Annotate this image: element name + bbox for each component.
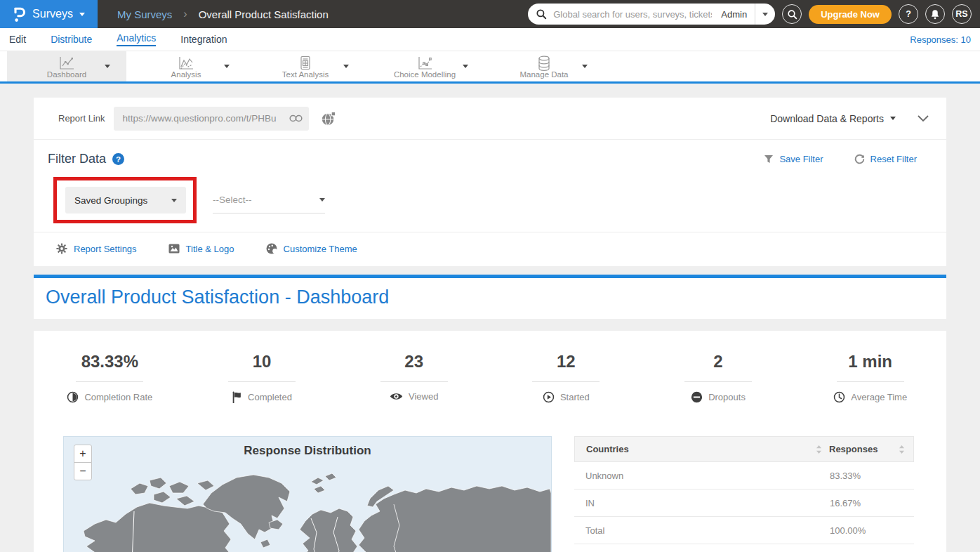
sort-icon[interactable] [816, 445, 822, 454]
reset-icon [854, 154, 865, 164]
gear-icon [56, 243, 67, 254]
bell-icon [930, 9, 940, 20]
table-row: Unknown 83.33% [574, 462, 914, 489]
page-title: Overall Product Satisfaction - Dashboard [46, 287, 946, 308]
world-map[interactable] [64, 462, 551, 552]
toolbar-analysis[interactable]: Analysis [126, 51, 246, 81]
title-logo-button[interactable]: Title & Logo [168, 244, 234, 254]
stat-average-time: 1 min Average Time [794, 352, 946, 403]
minus-circle-icon [691, 391, 703, 403]
nav-tab-edit[interactable]: Edit [9, 34, 26, 45]
analytics-toolbar: Dashboard Analysis Text Analysis Choice … [0, 51, 980, 84]
breadcrumb-separator-icon: › [183, 8, 187, 20]
breadcrumb-parent[interactable]: My Surveys [117, 8, 172, 20]
clock-icon [833, 391, 845, 403]
chevron-down-icon [582, 65, 588, 68]
link-icon [289, 114, 303, 123]
share-globe-icon[interactable] [321, 111, 336, 126]
chevron-down-icon [224, 65, 230, 68]
questionpro-logo-icon [13, 6, 26, 22]
header-actions: Admin Upgrade Now ? RS [528, 4, 980, 25]
toolbar-choice-modelling[interactable]: Choice Modelling [365, 51, 484, 81]
search-scope-label: Admin [713, 9, 755, 20]
report-link-input[interactable] [121, 112, 289, 124]
stat-viewed: 23 Viewed [338, 352, 490, 403]
map-title: Response Distribution [64, 437, 551, 458]
reset-filter-button[interactable]: Reset Filter [854, 154, 917, 164]
report-controls-card: Report Link Download Data & Reports [34, 98, 946, 266]
upgrade-button[interactable]: Upgrade Now [809, 5, 892, 24]
visualization-row: + − Response Distribution [63, 436, 914, 552]
nav-tab-integration[interactable]: Integration [180, 34, 227, 45]
map-zoom-controls: + − [74, 445, 92, 480]
help-button[interactable]: ? [899, 4, 918, 24]
sort-icon[interactable] [899, 445, 905, 454]
report-link-field[interactable] [114, 107, 309, 131]
report-actions-row: Report Settings Title & Logo Customize T… [34, 232, 946, 266]
nav-tab-distribute[interactable]: Distribute [51, 34, 92, 45]
collapse-panel-icon[interactable] [917, 114, 929, 122]
global-search: Admin [528, 4, 775, 25]
filter-section: Filter Data ? Save Filter [34, 140, 946, 213]
responses-count: Responses: 10 [910, 34, 971, 45]
dashboard-title-card: Overall Product Satisfaction - Dashboard [34, 275, 946, 319]
response-distribution-map: + − Response Distribution [63, 436, 552, 552]
table-row: Total 100.00% [574, 517, 914, 544]
funnel-icon [764, 155, 774, 164]
product-switcher[interactable]: Surveys [0, 0, 98, 28]
search-scope-dropdown[interactable] [755, 4, 775, 25]
avatar[interactable]: RS [952, 4, 972, 24]
play-circle-icon [543, 391, 555, 403]
product-name: Surveys [32, 8, 73, 20]
countries-table: Countries Responses [574, 436, 914, 552]
completion-rate-icon [67, 391, 79, 403]
toolbar-manage-data[interactable]: Manage Data [484, 51, 604, 81]
stat-dropouts: 2 Dropouts [642, 352, 795, 403]
report-settings-button[interactable]: Report Settings [56, 243, 137, 254]
grouping-value-select[interactable]: --Select-- [213, 187, 325, 213]
chevron-down-icon [79, 13, 85, 16]
help-icon[interactable]: ? [112, 153, 124, 165]
responses-column-header[interactable]: Responses [829, 444, 913, 454]
global-search-input[interactable] [552, 8, 713, 20]
saved-groupings-select[interactable]: Saved Groupings [65, 187, 186, 213]
map-zoom-out-button[interactable]: − [74, 462, 92, 480]
map-zoom-in-button[interactable]: + [74, 445, 92, 463]
stat-started: 12 Started [490, 352, 642, 403]
palette-icon-button[interactable]: Customize Theme [266, 243, 357, 254]
chevron-down-icon [105, 65, 110, 68]
flag-icon [232, 391, 242, 403]
image-icon [168, 244, 180, 254]
report-link-row: Report Link Download Data & Reports [34, 98, 946, 139]
nav-tab-analytics[interactable]: Analytics [117, 32, 156, 46]
save-filter-button[interactable]: Save Filter [764, 154, 823, 164]
chevron-down-icon [171, 199, 177, 202]
breadcrumb: My Surveys › Overall Product Satisfactio… [117, 8, 329, 20]
toolbar-text-analysis[interactable]: Text Analysis [246, 51, 365, 81]
chevron-down-icon [343, 65, 349, 68]
table-row: IN 16.67% [574, 489, 914, 517]
report-link-label: Report Link [58, 113, 105, 124]
search-icon [536, 8, 547, 20]
stat-completion-rate: 83.33% Completion Rate [34, 352, 186, 403]
filter-controls: Saved Groupings --Select-- [65, 187, 931, 213]
chevron-down-icon [890, 117, 896, 120]
top-header: Surveys My Surveys › Overall Product Sat… [0, 0, 980, 28]
filter-data-title: Filter Data [48, 152, 106, 166]
download-data-reports-menu[interactable]: Download Data & Reports [770, 113, 896, 124]
chevron-down-icon [319, 198, 325, 202]
main-content: Report Link Download Data & Reports [0, 84, 980, 552]
eye-icon [390, 392, 403, 401]
toolbar-dashboard[interactable]: Dashboard [7, 51, 126, 81]
survey-nav: Edit Distribute Analytics Integration Re… [0, 28, 980, 51]
chevron-down-icon [463, 65, 468, 68]
breadcrumb-current: Overall Product Satisfaction [199, 8, 329, 20]
stat-completed: 10 Completed [186, 352, 338, 403]
advanced-search-button[interactable] [782, 4, 802, 24]
table-header: Countries Responses [574, 436, 914, 462]
search-icon [787, 9, 797, 20]
countries-column-header[interactable]: Countries [575, 444, 829, 454]
stats-row: 83.33% Completion Rate 10 [34, 352, 946, 403]
notifications-button[interactable] [925, 4, 945, 24]
question-mark-icon: ? [906, 9, 911, 19]
